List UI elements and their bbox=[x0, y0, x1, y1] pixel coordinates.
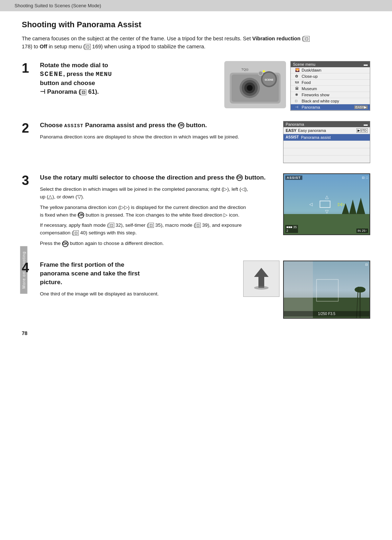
step-3-content: Use the rotary multi selector to choose … bbox=[40, 173, 370, 250]
scene-menu-icon: ▬ bbox=[364, 62, 368, 67]
step-3-text-block: Use the rotary multi selector to choose … bbox=[40, 173, 272, 250]
intro-paragraph: The camera focuses on the subject at the… bbox=[22, 35, 319, 51]
scene-menu-item-closeup-label: Close-up bbox=[302, 74, 318, 78]
camera-dial-svg: SCENE TQ◎ bbox=[226, 62, 284, 107]
ok-inline-2: OK bbox=[62, 241, 69, 247]
step-1-panorama-ref: ⊣ Panorama (⊡ 61). bbox=[40, 88, 99, 95]
scene-menu-item-fireworks: ❋ Fireworks show bbox=[291, 92, 370, 98]
left-arrow: ◁ bbox=[309, 202, 313, 207]
svg-rect-25 bbox=[284, 261, 313, 319]
scene-menu-item-bw-label: Black and white copy bbox=[302, 99, 339, 103]
panorama-menu-title: Panorama ▬ bbox=[283, 121, 370, 127]
step-1-title-line3: button and choose bbox=[40, 80, 95, 86]
panorama-menu-easy: EASY Easy panorama ▶STD bbox=[283, 127, 370, 134]
step-4-line2: panorama scene and take the first bbox=[40, 270, 140, 277]
step-3-title: Use the rotary multi selector to choose … bbox=[40, 173, 272, 182]
svg-point-5 bbox=[247, 85, 253, 91]
step-1-images: SCENE TQ◎ Scene menu bbox=[224, 61, 370, 111]
battery-icon: ⊟ bbox=[362, 176, 365, 180]
std-icon: ▶STD bbox=[356, 128, 368, 133]
right-arrow-yellow: ▷▷ bbox=[338, 202, 344, 207]
main-content: Shooting with Panorama Assist The camera… bbox=[0, 11, 392, 343]
step-1-title-block: Rotate the mode dial to SCENE, press the… bbox=[40, 61, 213, 98]
step-2-number: 2 bbox=[22, 121, 40, 163]
shot-count-display: ■■■ 35 2 bbox=[285, 225, 298, 233]
shot-remaining: 2 bbox=[286, 229, 288, 233]
scene-menu-item-food: 🍽 Food bbox=[291, 80, 370, 86]
ok-button-step3: OK bbox=[236, 174, 243, 181]
museum-icon: 🏛 bbox=[295, 86, 300, 90]
assist-word: ASSIST bbox=[64, 123, 83, 129]
step-4-line1: Frame the first portion of the bbox=[40, 261, 124, 268]
step-1: 1 Rotate the mode dial to SCENE, press t… bbox=[22, 61, 370, 111]
assist-row-label: Panorama assist bbox=[301, 135, 331, 140]
step4-lcd-bottom-bar: 1/250 F3.5 bbox=[284, 311, 369, 317]
step-4-text-block: Frame the first portion of the panorama … bbox=[40, 261, 232, 301]
svg-text:SCENE: SCENE bbox=[265, 78, 273, 81]
up-arrow: △ bbox=[325, 194, 328, 200]
step-4-title: Frame the first portion of the panorama … bbox=[40, 261, 232, 286]
fireworks-icon: ❋ bbox=[295, 93, 300, 97]
scene-menu-item-panorama-label: Panorama bbox=[302, 105, 320, 109]
panorama-menu-empty3 bbox=[283, 156, 370, 163]
panorama-menu-assist: ASSIST Panorama assist bbox=[283, 134, 370, 141]
scene-menu-item-dusk: 🌄 Dusk/dawn bbox=[291, 67, 370, 73]
download-arrow-svg bbox=[249, 266, 274, 291]
lcd-top-bar: ASSIST ⊟ □ bbox=[285, 176, 368, 180]
easy-badge: EASY▶ bbox=[354, 105, 368, 109]
step-4-lcd: 1/250 F3.5 ⊟ bbox=[283, 261, 370, 319]
page-number: 78 bbox=[22, 330, 28, 336]
step-1-scene-text: SCENE bbox=[40, 70, 63, 78]
step-4-number: 4 bbox=[22, 261, 40, 319]
panorama-menu-box: Panorama ▬ EASY Easy panorama ▶STD ASSIS… bbox=[283, 121, 370, 163]
center-frame bbox=[320, 201, 331, 208]
dusk-icon: 🌄 bbox=[295, 68, 300, 72]
step-3-para2: The yellow panorama direction icon (▷▷) … bbox=[40, 204, 250, 219]
camera-dial: SCENE TQ◎ bbox=[224, 61, 286, 108]
svg-text:TQ◎: TQ◎ bbox=[241, 68, 249, 71]
top-bar: Shooting Suited to Scenes (Scene Mode) bbox=[0, 0, 392, 11]
scene-menu-item-closeup: ✿ Close-up bbox=[291, 73, 370, 80]
step-2-body-text: Panorama direction icons are displayed t… bbox=[40, 133, 250, 141]
download-arrow-box bbox=[243, 261, 279, 297]
page-title: Shooting with Panorama Assist bbox=[22, 20, 370, 29]
panorama-menu-title-text: Panorama bbox=[286, 122, 304, 126]
card-icon: □ bbox=[366, 176, 368, 180]
closeup-icon: ✿ bbox=[295, 74, 300, 78]
shot-num: ■■■ bbox=[286, 225, 292, 229]
scene-menu-item-fireworks-label: Fireworks show bbox=[302, 93, 329, 97]
step-4-content: Frame the first portion of the panorama … bbox=[40, 261, 370, 319]
scene-menu-item-museum: 🏛 Museum bbox=[291, 86, 370, 92]
panorama-icon: ⊣ bbox=[295, 105, 300, 109]
step-3-number: 3 bbox=[22, 173, 40, 250]
step4-exposure: 1/250 F3.5 bbox=[318, 312, 335, 316]
svg-marker-9 bbox=[262, 70, 265, 72]
step-2: 2 Choose ASSIST Panorama assist and pres… bbox=[22, 121, 370, 163]
step-2-title: Choose ASSIST Panorama assist and press … bbox=[40, 121, 272, 130]
step4-battery: ⊟ bbox=[365, 263, 368, 266]
svg-point-23 bbox=[355, 287, 366, 293]
step-1-content: Rotate the mode dial to SCENE, press the… bbox=[40, 61, 370, 111]
step-4: 4 Frame the first portion of the panoram… bbox=[22, 261, 370, 319]
panorama-menu-empty1 bbox=[283, 141, 370, 148]
scene-menu-item-food-label: Food bbox=[302, 80, 311, 85]
svg-marker-18 bbox=[254, 268, 269, 288]
step4-lcd-bg bbox=[284, 261, 370, 319]
step-1-menu-text: MENU bbox=[96, 71, 112, 78]
ok-button-icon: OK bbox=[178, 122, 184, 129]
step-4-body: One third of the image will be displayed… bbox=[40, 290, 232, 298]
scene-menu-item-bw: □ Black and white copy bbox=[291, 98, 370, 104]
shot-denom: 35 bbox=[293, 225, 297, 229]
panorama-menu-empty2 bbox=[283, 148, 370, 156]
down-arrow: ▽ bbox=[325, 209, 328, 214]
scene-menu-title-text: Scene menu bbox=[293, 62, 315, 67]
step-3-para3: If necessary, apply flash mode (⊡ 32), s… bbox=[40, 222, 250, 237]
step-3-para1: Select the direction in which images wil… bbox=[40, 186, 250, 201]
svg-point-19 bbox=[254, 286, 269, 290]
step-2-text-block: Choose ASSIST Panorama assist and press … bbox=[40, 121, 272, 144]
food-icon: 🍽 bbox=[295, 80, 300, 84]
bw-icon: □ bbox=[295, 99, 300, 103]
lr-arrows: ◁ ▷▷ bbox=[309, 201, 344, 208]
scene-menu-box: Scene menu ▬ 🌄 Dusk/dawn ✿ Close-up � bbox=[290, 61, 370, 111]
scene-menu-item-museum-label: Museum bbox=[302, 86, 317, 91]
